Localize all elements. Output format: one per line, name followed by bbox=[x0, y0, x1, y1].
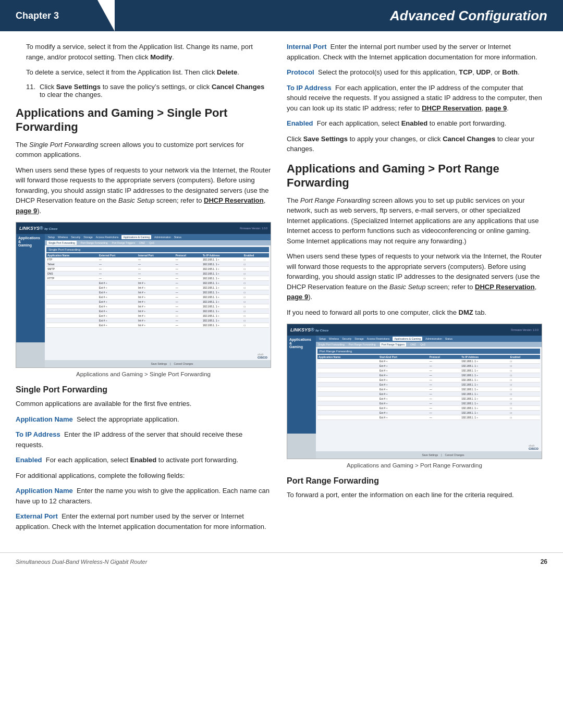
section2-para3: If you need to forward all ports to one … bbox=[287, 307, 542, 318]
spf-para1: Common applications are available for th… bbox=[16, 399, 271, 409]
page-header: Chapter 3 Advanced Configuration bbox=[0, 0, 563, 31]
spf-field7: Protocol Select the protocol(s) used for… bbox=[287, 67, 542, 78]
screenshot2-caption: Applications and Gaming > Port Range For… bbox=[287, 461, 542, 470]
spf-field2: To IP Address Enter the IP address of th… bbox=[16, 429, 271, 450]
subsection2-heading: Port Range Forwarding bbox=[287, 476, 542, 486]
screenshot1-caption: Applications and Gaming > Single Port Fo… bbox=[16, 370, 271, 379]
linksys-ui-2: LINKSYS® by Cisco Firmware Version: 1.0.… bbox=[287, 324, 542, 459]
screenshot2: LINKSYS® by Cisco Firmware Version: 1.0.… bbox=[287, 324, 542, 459]
section1-para1: The Single Port Forwarding screen allows… bbox=[16, 140, 271, 160]
prf-para1: To forward a port, enter the information… bbox=[287, 490, 542, 500]
spf-field9: Enabled For each application, select Ena… bbox=[287, 118, 542, 129]
page-footer: Simultaneous Dual-Band Wireless-N Gigabi… bbox=[0, 552, 563, 571]
chapter-text: Chapter 3 bbox=[16, 10, 59, 21]
intro-para-2: To delete a service, select it from the … bbox=[26, 67, 271, 78]
spf-field8: To IP Address For each application, ente… bbox=[287, 83, 542, 114]
main-content: To modify a service, select it from the … bbox=[0, 31, 563, 547]
spf-field1: Application Name Select the appropriate … bbox=[16, 414, 271, 425]
right-column: Internal Port Enter the internal port nu… bbox=[287, 42, 542, 537]
footer-product: Simultaneous Dual-Band Wireless-N Gigabi… bbox=[16, 559, 147, 565]
spf-field6: Internal Port Enter the internal port nu… bbox=[287, 42, 542, 62]
spf-para2: For additional applications, complete th… bbox=[16, 471, 271, 481]
numbered-item-11: 11. Click Save Settings to save the poli… bbox=[16, 83, 271, 98]
left-column: To modify a service, select it from the … bbox=[16, 42, 271, 537]
section1-heading: Applications and Gaming > Single Port Fo… bbox=[16, 106, 271, 134]
spf-save: Click Save Settings to apply your change… bbox=[287, 134, 542, 154]
spf-field3: Enabled For each application, select Ena… bbox=[16, 455, 271, 465]
subsection1-heading: Single Port Forwarding bbox=[16, 385, 271, 394]
section2-para1: The Port Range Forwarding screen allows … bbox=[287, 195, 542, 246]
intro-para-1: To modify a service, select it from the … bbox=[26, 42, 271, 62]
chapter-label: Chapter 3 bbox=[0, 0, 115, 31]
spf-field5: External Port Enter the external port nu… bbox=[16, 511, 271, 532]
page-title: Advanced Configuration bbox=[115, 0, 563, 31]
footer-page-number: 26 bbox=[541, 558, 547, 565]
intro-block: To modify a service, select it from the … bbox=[16, 42, 271, 78]
screenshot1: LINKSYS® by Cisco Firmware Version: 1.0.… bbox=[16, 222, 271, 368]
linksys-ui-1: LINKSYS® by Cisco Firmware Version: 1.0.… bbox=[16, 223, 271, 367]
section2-para2: When users send these types of requests … bbox=[287, 251, 542, 302]
spf-field4: Application Name Enter the name you wish… bbox=[16, 486, 271, 506]
section2-heading: Applications and Gaming > Port Range For… bbox=[287, 162, 542, 190]
section1-para2: When users send these types of requests … bbox=[16, 165, 271, 216]
